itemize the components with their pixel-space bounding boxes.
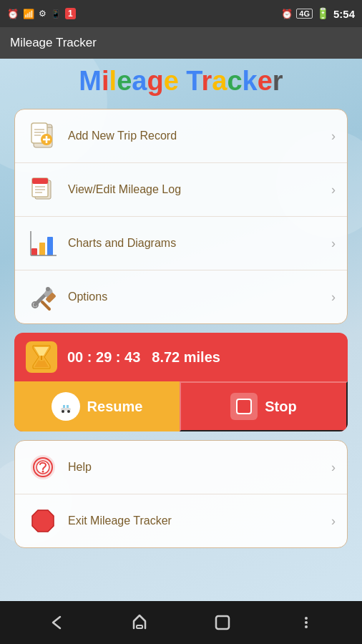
tracker-time-distance: 00 : 29 : 43 8.72 miles — [67, 349, 220, 366]
battery-icon: 🔋 — [316, 7, 330, 20]
view-log-label: View/Edit Mileage Log — [68, 183, 331, 196]
stop-square — [236, 399, 252, 414]
svg-point-39 — [305, 621, 308, 624]
sim-icon: 📱 — [51, 9, 61, 19]
tracker-active-bar: 00 : 29 : 43 8.72 miles — [14, 333, 348, 431]
exit-icon-wrap — [26, 504, 59, 537]
tracker-distance-display: 8.72 miles — [152, 349, 220, 366]
svg-point-27 — [67, 410, 70, 413]
back-nav-button[interactable] — [34, 608, 77, 637]
alarm-clock-icon: ⏰ — [281, 9, 293, 19]
add-trip-chevron: › — [331, 129, 336, 144]
help-label: Help — [68, 461, 331, 474]
options-icon — [28, 282, 58, 312]
options-icon-wrap — [26, 280, 59, 313]
resume-button[interactable]: Resume — [14, 381, 180, 431]
recent-nav-button[interactable] — [201, 608, 244, 637]
title-bar: Mileage Tracker — [0, 27, 362, 59]
add-trip-label: Add New Trip Record — [68, 130, 331, 142]
resume-car-icon — [52, 392, 80, 421]
view-log-icon-wrap — [26, 173, 59, 206]
charts-icon — [28, 228, 58, 258]
menu-item-exit[interactable]: Exit Mileage Tracker › — [15, 494, 347, 547]
view-log-chevron: › — [331, 182, 336, 197]
status-right-info: ⏰ 4G 🔋 5:54 — [281, 7, 355, 20]
stop-button[interactable]: Stop — [180, 381, 348, 431]
svg-marker-35 — [34, 512, 52, 530]
svg-rect-11 — [32, 178, 48, 184]
options-chevron: › — [331, 290, 336, 305]
tracker-time-display: 00 : 29 : 43 — [67, 349, 140, 366]
more-icon — [296, 613, 316, 633]
alarm-icon: ⏰ — [7, 9, 19, 19]
more-nav-button[interactable] — [285, 608, 328, 637]
home-icon — [129, 613, 150, 633]
help-icon — [28, 452, 58, 482]
svg-point-21 — [46, 287, 50, 291]
svg-point-40 — [305, 625, 308, 628]
exit-icon — [28, 506, 58, 536]
status-left-icons: ⏰ 📶 ⚙ 📱 1 — [7, 8, 76, 19]
notification-icon: 1 — [65, 8, 76, 19]
menu-item-charts[interactable]: Charts and Diagrams › — [15, 217, 347, 270]
recent-icon — [212, 613, 233, 633]
add-trip-icon — [28, 121, 58, 151]
charts-chevron: › — [331, 236, 336, 251]
app-title-bar-label: Mileage Tracker — [10, 36, 97, 50]
hourglass-svg — [30, 344, 53, 370]
stop-label: Stop — [265, 399, 296, 415]
svg-point-38 — [305, 617, 308, 620]
main-menu-card: Add New Trip Record › View/Edit Mileage … — [14, 109, 348, 324]
svg-rect-17 — [47, 237, 53, 255]
add-trip-icon-wrap — [26, 119, 59, 152]
tracker-hourglass-icon — [26, 341, 57, 373]
menu-item-help[interactable]: Help › — [15, 441, 347, 494]
home-nav-button[interactable] — [118, 608, 161, 637]
status-bar: ⏰ 📶 ⚙ 📱 1 ⏰ 4G 🔋 5:54 — [0, 0, 362, 27]
svg-rect-29 — [67, 405, 69, 408]
exit-label: Exit Mileage Tracker — [68, 514, 331, 527]
help-chevron: › — [331, 460, 336, 475]
bottom-menu-card: Help › Exit Mileage Tracker › — [14, 440, 348, 548]
stop-square-icon — [230, 393, 258, 420]
svg-point-33 — [42, 471, 44, 473]
signal-icon: 📶 — [23, 9, 34, 19]
back-icon — [46, 613, 66, 633]
svg-rect-15 — [31, 248, 37, 255]
tracker-action-buttons: Resume Stop — [14, 381, 348, 431]
time-display: 5:54 — [333, 8, 355, 20]
svg-point-26 — [62, 410, 64, 413]
wifi-icon: ⚙ — [39, 9, 47, 19]
menu-item-options[interactable]: Options › — [15, 270, 347, 323]
car-svg — [55, 396, 77, 417]
svg-rect-28 — [63, 405, 65, 408]
svg-rect-36 — [137, 625, 142, 628]
app-main-title: Mileage Tracker — [79, 66, 283, 97]
view-log-icon — [28, 175, 58, 205]
svg-rect-37 — [216, 616, 229, 629]
menu-item-view-log[interactable]: View/Edit Mileage Log › — [15, 163, 347, 217]
resume-label: Resume — [87, 399, 143, 415]
lte-badge: 4G — [296, 9, 313, 19]
help-icon-wrap — [26, 451, 59, 484]
menu-item-add-trip[interactable]: Add New Trip Record › — [15, 109, 347, 163]
main-content: Mileage Tracker Add New Trip Record › — [0, 59, 362, 601]
svg-rect-16 — [39, 243, 45, 255]
exit-chevron: › — [331, 514, 336, 529]
charts-icon-wrap — [26, 227, 59, 260]
charts-label: Charts and Diagrams — [68, 237, 331, 250]
options-label: Options — [68, 291, 331, 303]
tracker-info-row: 00 : 29 : 43 8.72 miles — [14, 333, 348, 381]
bottom-nav-bar — [0, 601, 362, 644]
